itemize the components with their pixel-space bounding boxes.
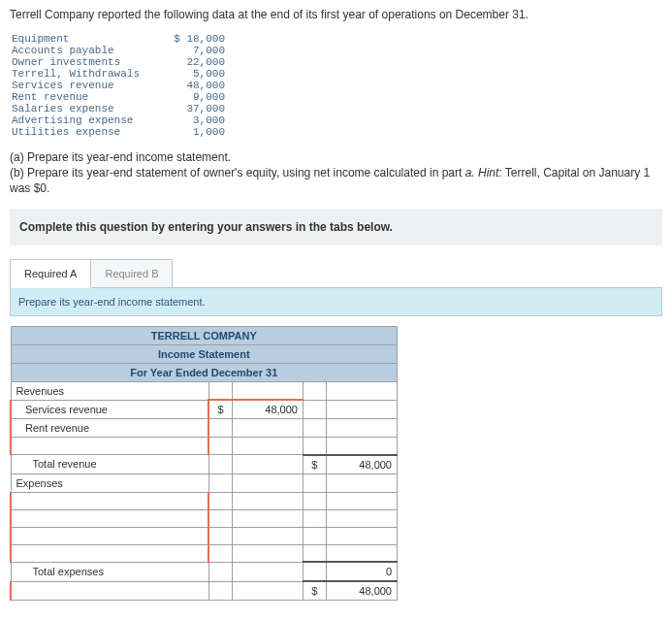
expense-row[interactable]	[11, 544, 208, 562]
cell[interactable]	[232, 381, 303, 400]
expense-row[interactable]	[11, 492, 208, 509]
expense-row[interactable]	[11, 509, 208, 527]
part-b-ref: a.	[465, 166, 478, 179]
part-a-text: Prepare its year-end income statement.	[27, 150, 231, 164]
part-b-label: (b)	[10, 166, 24, 179]
hint-label: Hint:	[478, 166, 502, 179]
cell[interactable]	[326, 438, 397, 455]
cell[interactable]	[232, 492, 303, 509]
cell[interactable]	[303, 438, 326, 455]
rent-revenue-label[interactable]: Rent revenue	[11, 419, 208, 438]
currency-cell[interactable]: $	[208, 400, 232, 419]
tabs: Required A Required B	[10, 259, 662, 288]
cell[interactable]	[208, 381, 232, 400]
given-value: 22,000	[167, 56, 225, 68]
cell[interactable]	[208, 473, 232, 492]
given-label: Salaries expense	[12, 103, 167, 114]
net-income-value[interactable]: 48,000	[326, 581, 397, 601]
cell[interactable]	[326, 419, 397, 438]
questions-block: (a) Prepare its year-end income statemen…	[10, 149, 662, 197]
cell[interactable]	[232, 455, 303, 474]
given-value: 7,000	[167, 45, 225, 56]
cell[interactable]	[303, 473, 326, 492]
given-value: 9,000	[167, 91, 225, 103]
total-revenue-label: Total revenue	[11, 455, 208, 474]
cell[interactable]	[303, 492, 326, 509]
cell[interactable]	[208, 438, 232, 455]
cell[interactable]	[208, 562, 232, 581]
given-label: Terrell, Withdrawals	[12, 68, 167, 80]
revenues-heading: Revenues	[11, 381, 208, 400]
given-label: Advertising expense	[12, 114, 167, 126]
cell[interactable]	[303, 527, 326, 544]
given-label: Services revenue	[12, 80, 167, 91]
given-label: Equipment	[12, 33, 167, 45]
tab-required-a[interactable]: Required A	[10, 259, 91, 288]
currency-cell[interactable]: $	[303, 581, 326, 601]
cell[interactable]	[208, 455, 232, 474]
cell[interactable]	[303, 419, 326, 438]
cell[interactable]	[326, 527, 397, 544]
instruction-bar: Complete this question by entering your …	[10, 209, 662, 245]
cell[interactable]	[208, 544, 232, 562]
cell[interactable]	[208, 581, 232, 601]
net-income-label[interactable]	[11, 581, 208, 601]
cell[interactable]	[208, 419, 232, 438]
cell[interactable]	[326, 492, 397, 509]
expense-row[interactable]	[11, 527, 208, 544]
cell[interactable]	[232, 438, 303, 455]
cell[interactable]	[326, 473, 397, 492]
part-b-text: Prepare its year-end statement of owner'…	[27, 166, 465, 179]
given-value: 48,000	[167, 80, 225, 91]
stmt-period: For Year Ended December 31	[11, 363, 398, 381]
given-label: Utilities expense	[12, 126, 167, 138]
cell[interactable]	[208, 509, 232, 527]
given-label: Owner investments	[12, 56, 167, 68]
given-value: 37,000	[167, 103, 225, 114]
cell[interactable]	[232, 419, 303, 438]
cell[interactable]	[232, 473, 303, 492]
cell[interactable]	[326, 544, 397, 562]
given-value: $ 18,000	[167, 33, 225, 45]
cell[interactable]	[232, 509, 303, 527]
tab-required-b[interactable]: Required B	[91, 259, 173, 288]
total-revenue-value[interactable]: 48,000	[326, 455, 397, 474]
total-expenses-value[interactable]: 0	[326, 562, 397, 581]
services-revenue-value[interactable]: 48,000	[232, 400, 303, 419]
given-label: Rent revenue	[12, 91, 167, 103]
income-statement-table: TERRELL COMPANY Income Statement For Yea…	[10, 326, 398, 602]
given-value: 5,000	[167, 68, 225, 80]
stmt-company: TERRELL COMPANY	[11, 326, 398, 344]
given-label: Accounts payable	[12, 45, 167, 56]
given-value: 3,000	[167, 114, 225, 126]
cell[interactable]	[326, 400, 397, 419]
expenses-heading: Expenses	[11, 473, 208, 492]
services-revenue-label[interactable]: Services revenue	[11, 400, 208, 419]
total-expenses-label: Total expenses	[11, 562, 208, 581]
cell[interactable]	[303, 544, 326, 562]
cell[interactable]	[208, 492, 232, 509]
cell[interactable]	[303, 509, 326, 527]
cell[interactable]	[303, 381, 326, 400]
given-data-table: Equipment$ 18,000 Accounts payable7,000 …	[12, 33, 662, 138]
panel-prompt: Prepare its year-end income statement.	[10, 288, 662, 316]
cell[interactable]	[208, 527, 232, 544]
cell[interactable]	[326, 381, 397, 400]
cell[interactable]	[303, 400, 326, 419]
blank-row-label[interactable]	[11, 438, 208, 455]
cell[interactable]	[232, 562, 303, 581]
given-value: 1,000	[167, 126, 225, 138]
tab-panel: Prepare its year-end income statement. T…	[10, 287, 662, 602]
cell[interactable]	[326, 509, 397, 527]
cell[interactable]	[232, 527, 303, 544]
problem-intro: Terrell Company reported the following d…	[10, 8, 662, 21]
currency-cell[interactable]: $	[303, 455, 326, 474]
cell[interactable]	[232, 544, 303, 562]
part-a-label: (a)	[10, 150, 24, 164]
cell[interactable]	[232, 581, 303, 601]
cell[interactable]	[303, 562, 326, 581]
stmt-title: Income Statement	[11, 344, 398, 363]
